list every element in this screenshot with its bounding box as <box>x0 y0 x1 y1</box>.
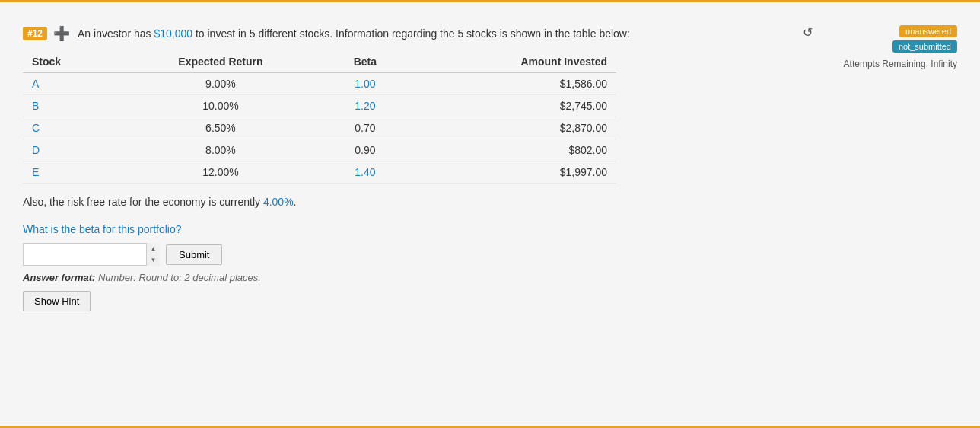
question-main: #12 ➕ An investor has $10,000 to invest … <box>15 25 813 311</box>
table-row: B 10.00% 1.20 $2,745.00 <box>23 95 616 117</box>
question-prompt: What is the beta for this portfolio? <box>23 223 813 235</box>
cell-return-c: 6.50% <box>117 117 323 139</box>
cell-beta-b: 1.20 <box>323 95 406 117</box>
question-header-row: #12 ➕ An investor has $10,000 to invest … <box>23 25 813 42</box>
risk-free-suffix: . <box>294 196 297 208</box>
badge-not-submitted: not_submitted <box>892 40 957 53</box>
table-row: A 9.00% 1.00 $1,586.00 <box>23 73 616 95</box>
cell-beta-a: 1.00 <box>323 73 406 95</box>
cell-stock-c: C <box>23 117 117 139</box>
table-body: A 9.00% 1.00 $1,586.00 B 10.00% 1.20 $2,… <box>23 73 616 184</box>
answer-format-label: Answer format: <box>23 272 95 283</box>
cell-beta-e: 1.40 <box>323 161 406 184</box>
badge-unanswered: unanswered <box>899 25 957 37</box>
cell-amount-b: $2,745.00 <box>406 95 616 117</box>
spinner-arrows[interactable]: ▲ ▼ <box>146 243 160 266</box>
cell-stock-b: B <box>23 95 117 117</box>
cell-amount-a: $1,586.00 <box>406 73 616 95</box>
answer-input-wrapper: ▲ ▼ <box>23 243 160 266</box>
question-container: #12 ➕ An investor has $10,000 to invest … <box>0 18 980 319</box>
cell-stock-a: A <box>23 73 117 95</box>
risk-free-rate-text: Also, the risk free rate for the economy… <box>23 196 813 208</box>
cell-amount-d: $802.00 <box>406 139 616 161</box>
col-header-beta: Beta <box>323 51 406 73</box>
refresh-icon[interactable]: ↺ <box>803 25 813 40</box>
cell-amount-c: $2,870.00 <box>406 117 616 139</box>
highlight-amount: $10,000 <box>154 27 192 40</box>
cell-return-d: 8.00% <box>117 139 323 161</box>
header-left: #12 ➕ An investor has $10,000 to invest … <box>23 25 803 42</box>
spinner-up-icon[interactable]: ▲ <box>147 243 160 254</box>
show-hint-button[interactable]: Show Hint <box>23 291 91 311</box>
stock-table: Stock Expected Return Beta Amount Invest… <box>23 51 616 184</box>
submit-button[interactable]: Submit <box>166 244 222 265</box>
spinner-down-icon[interactable]: ▼ <box>147 254 160 266</box>
col-header-stock: Stock <box>23 51 117 73</box>
question-intro: An investor has $10,000 to invest in 5 d… <box>78 26 630 42</box>
table-row: D 8.00% 0.90 $802.00 <box>23 139 616 161</box>
cell-return-a: 9.00% <box>117 73 323 95</box>
cell-return-b: 10.00% <box>117 95 323 117</box>
answer-format: Answer format: Number: Round to: 2 decim… <box>23 272 813 283</box>
cell-stock-d: D <box>23 139 117 161</box>
answer-input[interactable] <box>23 243 160 266</box>
risk-free-rate-value: 4.00% <box>263 196 294 208</box>
question-sidebar: unanswered not_submitted Attempts Remain… <box>813 25 965 311</box>
cell-amount-e: $1,997.00 <box>406 161 616 184</box>
question-number: #12 <box>23 27 47 40</box>
attempts-remaining: Attempts Remaining: Infinity <box>844 59 957 69</box>
cell-beta-c: 0.70 <box>323 117 406 139</box>
col-header-amount: Amount Invested <box>406 51 616 73</box>
cell-return-e: 12.00% <box>117 161 323 184</box>
risk-free-prefix: Also, the risk free rate for the economy… <box>23 196 263 208</box>
table-header: Stock Expected Return Beta Amount Invest… <box>23 51 616 73</box>
table-row: C 6.50% 0.70 $2,870.00 <box>23 117 616 139</box>
answer-format-value: Number: Round to: 2 decimal places. <box>95 272 261 283</box>
page-wrapper: #12 ➕ An investor has $10,000 to invest … <box>0 0 980 428</box>
table-row: E 12.00% 1.40 $1,997.00 <box>23 161 616 184</box>
input-row: ▲ ▼ Submit <box>23 243 813 266</box>
col-header-expected-return: Expected Return <box>117 51 323 73</box>
cell-beta-d: 0.90 <box>323 139 406 161</box>
cell-stock-e: E <box>23 161 117 184</box>
add-icon[interactable]: ➕ <box>53 25 70 42</box>
table-header-row: Stock Expected Return Beta Amount Invest… <box>23 51 616 73</box>
